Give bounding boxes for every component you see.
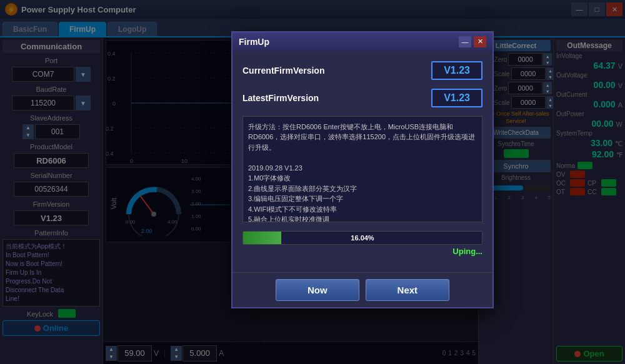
- dialog-footer: Now Next: [232, 272, 492, 307]
- dialog-overlay: FirmUp — ✕ CurrentFirmVersion V1.23 Late…: [0, 0, 625, 364]
- now-button[interactable]: Now: [276, 279, 359, 301]
- dialog-minimize-button[interactable]: —: [459, 36, 471, 47]
- dialog-close-button[interactable]: ✕: [474, 36, 486, 47]
- dialog-titlebar: FirmUp — ✕: [232, 32, 492, 51]
- current-firm-row: CurrentFirmVersion V1.23: [242, 61, 482, 80]
- latest-firm-label: LatestFirmVersion: [242, 93, 319, 103]
- latest-firm-row: LatestFirmVersion V1.23: [242, 89, 482, 107]
- dialog-controls: — ✕: [459, 36, 486, 47]
- uping-text: Uping...: [242, 247, 482, 256]
- current-firm-version: V1.23: [431, 61, 482, 80]
- firmware-notes: 升级方法：按住RD6006 Enter按键不放上电，MicroUSB连接电脑和R…: [242, 116, 482, 222]
- latest-firm-version: V1.23: [431, 89, 482, 107]
- progress-area: 16.04% Uping...: [242, 231, 482, 256]
- current-firm-label: CurrentFirmVersion: [242, 66, 324, 76]
- progress-text: 16.04%: [351, 234, 374, 242]
- progress-bar: 16.04%: [242, 231, 482, 245]
- dialog-title: FirmUp: [239, 37, 269, 47]
- next-button[interactable]: Next: [366, 279, 450, 301]
- dialog-content: CurrentFirmVersion V1.23 LatestFirmVersi…: [232, 51, 492, 272]
- progress-bar-fill: [243, 232, 281, 244]
- firmup-dialog: FirmUp — ✕ CurrentFirmVersion V1.23 Late…: [231, 31, 494, 308]
